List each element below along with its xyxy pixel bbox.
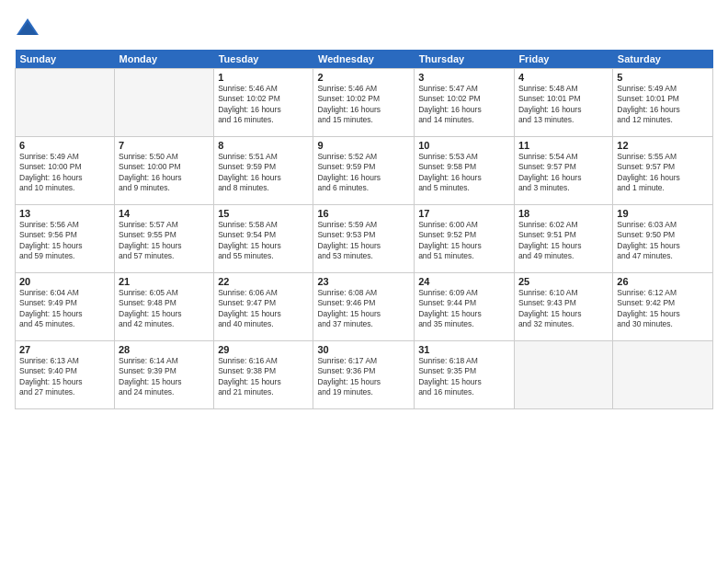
day-info: Sunrise: 6:05 AM Sunset: 9:48 PM Dayligh… [119, 288, 210, 330]
day-number: 29 [218, 344, 309, 355]
day-cell: 30Sunrise: 6:17 AM Sunset: 9:36 PM Dayli… [313, 341, 415, 409]
day-cell: 21Sunrise: 6:05 AM Sunset: 9:48 PM Dayli… [115, 273, 214, 341]
day-cell [16, 69, 115, 137]
day-info: Sunrise: 5:47 AM Sunset: 10:02 PM Daylig… [418, 84, 510, 126]
day-number: 11 [518, 140, 609, 151]
day-cell: 20Sunrise: 6:04 AM Sunset: 9:49 PM Dayli… [16, 273, 115, 341]
day-info: Sunrise: 6:09 AM Sunset: 9:44 PM Dayligh… [418, 288, 510, 330]
weekday-header-tuesday: Tuesday [214, 50, 313, 69]
day-cell: 10Sunrise: 5:53 AM Sunset: 9:58 PM Dayli… [415, 137, 515, 205]
day-info: Sunrise: 5:59 AM Sunset: 9:53 PM Dayligh… [317, 220, 410, 262]
day-cell: 25Sunrise: 6:10 AM Sunset: 9:43 PM Dayli… [514, 273, 612, 341]
day-info: Sunrise: 6:00 AM Sunset: 9:52 PM Dayligh… [418, 220, 510, 262]
day-number: 7 [119, 140, 210, 151]
day-number: 21 [119, 276, 210, 287]
day-info: Sunrise: 6:06 AM Sunset: 9:47 PM Dayligh… [218, 288, 309, 330]
day-info: Sunrise: 6:14 AM Sunset: 9:39 PM Dayligh… [119, 356, 210, 398]
weekday-header-sunday: Sunday [16, 50, 115, 69]
day-number: 10 [418, 140, 510, 151]
day-number: 17 [418, 208, 510, 219]
weekday-header-wednesday: Wednesday [313, 50, 415, 69]
day-cell: 1Sunrise: 5:46 AM Sunset: 10:02 PM Dayli… [214, 69, 313, 137]
day-cell: 27Sunrise: 6:13 AM Sunset: 9:40 PM Dayli… [16, 341, 115, 409]
day-cell: 28Sunrise: 6:14 AM Sunset: 9:39 PM Dayli… [115, 341, 214, 409]
day-number: 20 [19, 276, 110, 287]
day-info: Sunrise: 5:57 AM Sunset: 9:55 PM Dayligh… [119, 220, 210, 262]
day-cell: 3Sunrise: 5:47 AM Sunset: 10:02 PM Dayli… [415, 69, 515, 137]
day-number: 5 [617, 72, 709, 83]
day-number: 1 [218, 72, 309, 83]
day-info: Sunrise: 6:08 AM Sunset: 9:46 PM Dayligh… [317, 288, 410, 330]
day-cell: 9Sunrise: 5:52 AM Sunset: 9:59 PM Daylig… [313, 137, 415, 205]
week-row-5: 27Sunrise: 6:13 AM Sunset: 9:40 PM Dayli… [16, 341, 713, 409]
day-info: Sunrise: 5:49 AM Sunset: 10:00 PM Daylig… [19, 152, 110, 194]
day-info: Sunrise: 5:46 AM Sunset: 10:02 PM Daylig… [218, 84, 309, 126]
day-number: 16 [317, 208, 410, 219]
day-cell: 5Sunrise: 5:49 AM Sunset: 10:01 PM Dayli… [613, 69, 713, 137]
day-number: 14 [119, 208, 210, 219]
day-number: 12 [617, 140, 709, 151]
day-cell [514, 341, 612, 409]
day-cell: 2Sunrise: 5:46 AM Sunset: 10:02 PM Dayli… [313, 69, 415, 137]
day-info: Sunrise: 6:03 AM Sunset: 9:50 PM Dayligh… [617, 220, 709, 262]
day-cell: 14Sunrise: 5:57 AM Sunset: 9:55 PM Dayli… [115, 205, 214, 273]
day-number: 13 [19, 208, 110, 219]
day-info: Sunrise: 5:46 AM Sunset: 10:02 PM Daylig… [317, 84, 410, 126]
weekday-header-row: SundayMondayTuesdayWednesdayThursdayFrid… [16, 50, 713, 69]
day-cell: 6Sunrise: 5:49 AM Sunset: 10:00 PM Dayli… [16, 137, 115, 205]
day-cell: 16Sunrise: 5:59 AM Sunset: 9:53 PM Dayli… [313, 205, 415, 273]
day-info: Sunrise: 6:12 AM Sunset: 9:42 PM Dayligh… [617, 288, 709, 330]
day-number: 31 [418, 344, 510, 355]
day-cell: 24Sunrise: 6:09 AM Sunset: 9:44 PM Dayli… [415, 273, 515, 341]
day-info: Sunrise: 5:52 AM Sunset: 9:59 PM Dayligh… [317, 152, 410, 194]
week-row-4: 20Sunrise: 6:04 AM Sunset: 9:49 PM Dayli… [16, 273, 713, 341]
week-row-1: 1Sunrise: 5:46 AM Sunset: 10:02 PM Dayli… [16, 69, 713, 137]
day-cell: 11Sunrise: 5:54 AM Sunset: 9:57 PM Dayli… [514, 137, 612, 205]
day-number: 9 [317, 140, 410, 151]
day-number: 25 [518, 276, 609, 287]
day-number: 28 [119, 344, 210, 355]
day-cell [613, 341, 713, 409]
day-info: Sunrise: 5:51 AM Sunset: 9:59 PM Dayligh… [218, 152, 309, 194]
day-cell: 4Sunrise: 5:48 AM Sunset: 10:01 PM Dayli… [514, 69, 612, 137]
day-number: 30 [317, 344, 410, 355]
day-cell: 19Sunrise: 6:03 AM Sunset: 9:50 PM Dayli… [613, 205, 713, 273]
day-cell: 15Sunrise: 5:58 AM Sunset: 9:54 PM Dayli… [214, 205, 313, 273]
weekday-header-friday: Friday [514, 50, 612, 69]
logo [15, 15, 42, 40]
day-number: 18 [518, 208, 609, 219]
day-cell: 26Sunrise: 6:12 AM Sunset: 9:42 PM Dayli… [613, 273, 713, 341]
day-number: 22 [218, 276, 309, 287]
day-info: Sunrise: 6:17 AM Sunset: 9:36 PM Dayligh… [317, 356, 410, 398]
page: SundayMondayTuesdayWednesdayThursdayFrid… [0, 0, 728, 563]
day-cell [115, 69, 214, 137]
day-info: Sunrise: 6:13 AM Sunset: 9:40 PM Dayligh… [19, 356, 110, 398]
day-number: 6 [19, 140, 110, 151]
day-info: Sunrise: 6:18 AM Sunset: 9:35 PM Dayligh… [418, 356, 510, 398]
day-info: Sunrise: 6:10 AM Sunset: 9:43 PM Dayligh… [518, 288, 609, 330]
calendar-table: SundayMondayTuesdayWednesdayThursdayFrid… [15, 50, 713, 409]
day-cell: 23Sunrise: 6:08 AM Sunset: 9:46 PM Dayli… [313, 273, 415, 341]
day-cell: 12Sunrise: 5:55 AM Sunset: 9:57 PM Dayli… [613, 137, 713, 205]
day-number: 23 [317, 276, 410, 287]
day-cell: 7Sunrise: 5:50 AM Sunset: 10:00 PM Dayli… [115, 137, 214, 205]
day-number: 4 [518, 72, 609, 83]
header [15, 15, 713, 40]
day-number: 27 [19, 344, 110, 355]
day-cell: 13Sunrise: 5:56 AM Sunset: 9:56 PM Dayli… [16, 205, 115, 273]
weekday-header-thursday: Thursday [415, 50, 515, 69]
day-info: Sunrise: 5:50 AM Sunset: 10:00 PM Daylig… [119, 152, 210, 194]
weekday-header-monday: Monday [115, 50, 214, 69]
day-info: Sunrise: 6:16 AM Sunset: 9:38 PM Dayligh… [218, 356, 309, 398]
day-info: Sunrise: 5:56 AM Sunset: 9:56 PM Dayligh… [19, 220, 110, 262]
day-number: 3 [418, 72, 510, 83]
day-cell: 17Sunrise: 6:00 AM Sunset: 9:52 PM Dayli… [415, 205, 515, 273]
day-cell: 8Sunrise: 5:51 AM Sunset: 9:59 PM Daylig… [214, 137, 313, 205]
day-info: Sunrise: 5:49 AM Sunset: 10:01 PM Daylig… [617, 84, 709, 126]
day-info: Sunrise: 6:04 AM Sunset: 9:49 PM Dayligh… [19, 288, 110, 330]
day-cell: 22Sunrise: 6:06 AM Sunset: 9:47 PM Dayli… [214, 273, 313, 341]
day-info: Sunrise: 5:54 AM Sunset: 9:57 PM Dayligh… [518, 152, 609, 194]
week-row-2: 6Sunrise: 5:49 AM Sunset: 10:00 PM Dayli… [16, 137, 713, 205]
weekday-header-saturday: Saturday [613, 50, 713, 69]
day-cell: 31Sunrise: 6:18 AM Sunset: 9:35 PM Dayli… [415, 341, 515, 409]
